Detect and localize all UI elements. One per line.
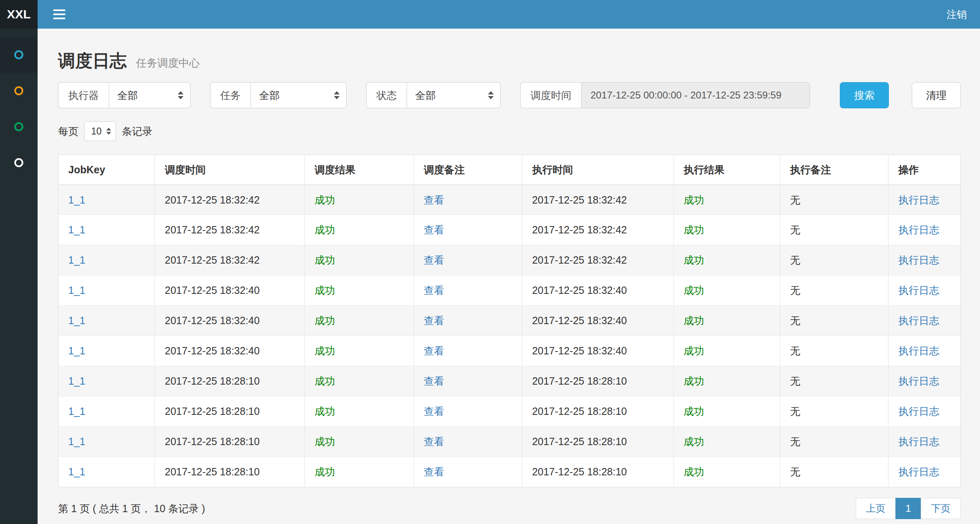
trigger-result: 成功 bbox=[315, 466, 335, 477]
table-row: 1_12017-12-25 18:28:10成功查看2017-12-25 18:… bbox=[58, 366, 961, 396]
jobkey-link[interactable]: 1_1 bbox=[68, 466, 85, 477]
column-header: JobKey bbox=[58, 155, 155, 185]
clear-button[interactable]: 清理 bbox=[912, 82, 961, 108]
handle-time-cell: 2017-12-25 18:32:40 bbox=[522, 275, 673, 306]
jobkey-link[interactable]: 1_1 bbox=[68, 405, 85, 417]
logout-link[interactable]: 注销 bbox=[946, 8, 967, 21]
handle-result-cell: 成功 bbox=[673, 366, 780, 396]
log-table: JobKey调度时间调度结果调度备注执行时间执行结果执行备注操作 1_12017… bbox=[58, 155, 961, 487]
prev-page-button[interactable]: 上页 bbox=[856, 498, 896, 519]
jobkey-link[interactable]: 1_1 bbox=[68, 254, 85, 266]
handle-msg-cell: 无 bbox=[780, 396, 888, 427]
filter-bar: 执行器 全部 任务 全部 状态 全部 bbox=[58, 82, 961, 108]
jobkey-link[interactable]: 1_1 bbox=[68, 224, 85, 235]
jobkey-link-cell: 1_1 bbox=[58, 366, 155, 396]
sidebar-item-3[interactable] bbox=[0, 109, 38, 145]
exec-log-link[interactable]: 执行日志 bbox=[898, 284, 939, 296]
page-1-button[interactable]: 1 bbox=[895, 498, 921, 519]
handle-time-cell: 2017-12-25 18:32:42 bbox=[522, 185, 673, 215]
handle-time: 2017-12-25 18:28:10 bbox=[532, 405, 627, 417]
status-select-value: 全部 bbox=[415, 89, 436, 102]
trigger-msg-link[interactable]: 查看 bbox=[424, 284, 444, 296]
jobkey-link[interactable]: 1_1 bbox=[68, 375, 85, 387]
trigger-msg-link[interactable]: 查看 bbox=[424, 345, 444, 356]
hamburger-icon bbox=[53, 18, 65, 19]
handle-time-cell: 2017-12-25 18:32:42 bbox=[522, 215, 673, 245]
jobkey-link[interactable]: 1_1 bbox=[68, 194, 85, 206]
jobkey-link-cell: 1_1 bbox=[58, 215, 155, 245]
trigger-time-cell: 2017-12-25 18:28:10 bbox=[155, 396, 305, 427]
handle-result-cell: 成功 bbox=[673, 396, 780, 427]
trigger-msg-link[interactable]: 查看 bbox=[424, 254, 444, 266]
trigger-time: 2017-12-25 18:32:42 bbox=[165, 194, 260, 206]
main-content: 调度日志 任务调度中心 执行器 全部 任务 全部 bbox=[38, 29, 980, 524]
next-page-button[interactable]: 下页 bbox=[921, 498, 961, 519]
exec-log-link[interactable]: 执行日志 bbox=[898, 375, 939, 387]
handle-time-cell: 2017-12-25 18:32:40 bbox=[522, 306, 673, 336]
exec-log-link[interactable]: 执行日志 bbox=[898, 194, 939, 206]
trigger-msg-link-cell: 查看 bbox=[414, 185, 522, 215]
trigger-time: 2017-12-25 18:32:40 bbox=[165, 315, 260, 326]
trigger-result: 成功 bbox=[315, 194, 335, 206]
trigger-msg-link[interactable]: 查看 bbox=[424, 405, 444, 417]
exec-log-link[interactable]: 执行日志 bbox=[898, 436, 939, 447]
trigger-msg-link[interactable]: 查看 bbox=[424, 224, 444, 235]
exec-log-link[interactable]: 执行日志 bbox=[898, 466, 939, 477]
sidebar-item-2[interactable] bbox=[0, 73, 38, 109]
handle-time-cell: 2017-12-25 18:32:42 bbox=[522, 245, 673, 275]
search-button[interactable]: 搜索 bbox=[840, 82, 889, 108]
select-arrows-icon bbox=[488, 91, 494, 99]
jobkey-link[interactable]: 1_1 bbox=[68, 315, 85, 326]
jobkey-link[interactable]: 1_1 bbox=[68, 436, 85, 447]
trigger-msg-link[interactable]: 查看 bbox=[424, 315, 444, 326]
handle-result-cell: 成功 bbox=[673, 215, 780, 245]
jobkey-link[interactable]: 1_1 bbox=[68, 284, 85, 296]
trigger-msg-link[interactable]: 查看 bbox=[424, 436, 444, 447]
status-select[interactable]: 全部 bbox=[407, 82, 501, 108]
exec-log-link-cell: 执行日志 bbox=[888, 336, 961, 366]
app-logo[interactable]: XXL bbox=[0, 0, 38, 29]
exec-log-link[interactable]: 执行日志 bbox=[898, 254, 939, 266]
trigger-time-cell: 2017-12-25 18:32:42 bbox=[155, 215, 305, 245]
handle-msg: 无 bbox=[790, 315, 800, 326]
column-header: 调度结果 bbox=[304, 155, 414, 185]
handle-result-cell: 成功 bbox=[673, 457, 780, 487]
sidebar-toggle-button[interactable] bbox=[51, 6, 67, 22]
trigger-time: 2017-12-25 18:28:10 bbox=[165, 466, 260, 477]
trigger-msg-link[interactable]: 查看 bbox=[424, 375, 444, 387]
table-row: 1_12017-12-25 18:32:40成功查看2017-12-25 18:… bbox=[58, 306, 961, 336]
executor-select[interactable]: 全部 bbox=[109, 82, 190, 108]
page-header: 调度日志 任务调度中心 bbox=[58, 51, 961, 71]
trigger-time-filter-label: 调度时间 bbox=[520, 82, 581, 108]
circle-icon bbox=[14, 122, 23, 131]
exec-log-link[interactable]: 执行日志 bbox=[898, 345, 939, 356]
sidebar-item-4[interactable] bbox=[0, 145, 38, 181]
page-size-select[interactable]: 10 bbox=[84, 121, 116, 141]
handle-msg-cell: 无 bbox=[780, 366, 888, 396]
handle-msg: 无 bbox=[790, 284, 800, 296]
exec-log-link[interactable]: 执行日志 bbox=[898, 224, 939, 235]
exec-log-link-cell: 执行日志 bbox=[888, 396, 961, 427]
trigger-result: 成功 bbox=[315, 345, 335, 356]
handle-result-cell: 成功 bbox=[673, 306, 780, 336]
trigger-time: 2017-12-25 18:32:42 bbox=[165, 224, 260, 235]
job-select[interactable]: 全部 bbox=[251, 82, 347, 108]
exec-log-link[interactable]: 执行日志 bbox=[898, 315, 939, 326]
trigger-time-range-input[interactable]: 2017-12-25 00:00:00 - 2017-12-25 23:59:5… bbox=[581, 82, 810, 108]
circle-icon bbox=[14, 86, 23, 95]
top-navbar: XXL 注销 bbox=[0, 0, 980, 29]
column-header: 执行时间 bbox=[522, 155, 673, 185]
trigger-time: 2017-12-25 18:28:10 bbox=[165, 375, 260, 387]
sidebar-item-1[interactable] bbox=[0, 37, 38, 73]
trigger-msg-link[interactable]: 查看 bbox=[424, 466, 444, 477]
page-title: 调度日志 bbox=[58, 51, 127, 70]
table-row: 1_12017-12-25 18:28:10成功查看2017-12-25 18:… bbox=[58, 396, 961, 427]
handle-msg: 无 bbox=[790, 345, 800, 356]
hamburger-icon bbox=[53, 9, 65, 11]
exec-log-link[interactable]: 执行日志 bbox=[898, 405, 939, 417]
jobkey-link[interactable]: 1_1 bbox=[68, 345, 85, 356]
pagination: 上页 1 下页 bbox=[856, 498, 961, 519]
trigger-msg-link[interactable]: 查看 bbox=[424, 194, 444, 206]
exec-log-link-cell: 执行日志 bbox=[888, 306, 961, 336]
trigger-msg-link-cell: 查看 bbox=[414, 245, 522, 275]
